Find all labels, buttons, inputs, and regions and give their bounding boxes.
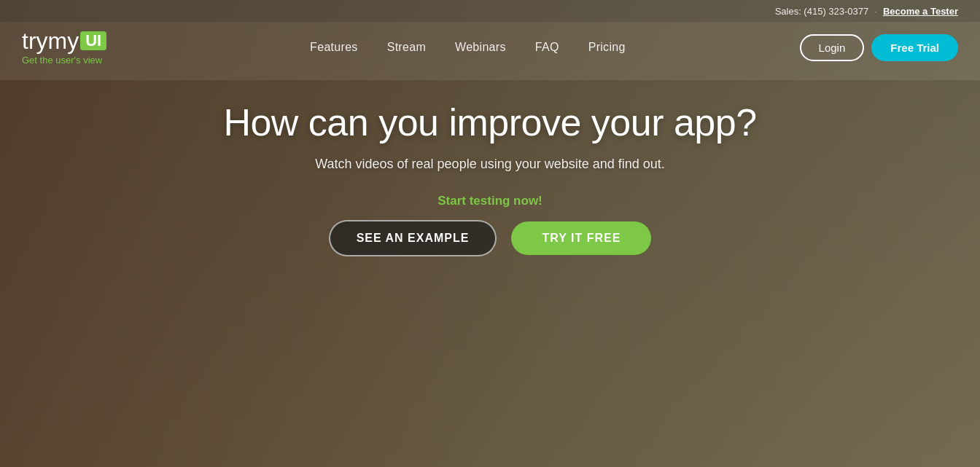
- hero-subtitle: Watch videos of real people using your w…: [315, 157, 665, 172]
- logo-my: my: [48, 29, 79, 52]
- nav-faq[interactable]: FAQ: [535, 41, 559, 54]
- nav-features[interactable]: Features: [310, 41, 358, 54]
- nav-pricing[interactable]: Pricing: [588, 41, 626, 54]
- try-free-button[interactable]: TRY IT FREE: [511, 221, 651, 255]
- hero-content: How can you improve your app? Watch vide…: [0, 80, 980, 256]
- logo-ui-badge: UI: [80, 31, 106, 50]
- hero-buttons: SEE AN EXAMPLE TRY IT FREE: [329, 220, 652, 256]
- hero-cta-label: Start testing now!: [438, 194, 542, 208]
- logo-try: try: [22, 29, 48, 52]
- nav-stream[interactable]: Stream: [387, 41, 426, 54]
- logo[interactable]: try my UI: [22, 29, 106, 52]
- nav-webinars[interactable]: Webinars: [455, 41, 506, 54]
- nav-actions: Login Free Trial: [800, 34, 958, 61]
- main-nav: Features Stream Webinars FAQ Pricing: [136, 41, 799, 54]
- free-trial-button[interactable]: Free Trial: [871, 34, 958, 61]
- see-example-button[interactable]: SEE AN EXAMPLE: [329, 220, 497, 256]
- hero-title: How can you improve your app?: [223, 102, 756, 144]
- logo-area[interactable]: try my UI Get the user's view: [22, 29, 106, 66]
- navbar: try my UI Get the user's view Features S…: [0, 0, 980, 80]
- login-button[interactable]: Login: [800, 34, 865, 61]
- logo-tagline: Get the user's view: [22, 55, 102, 66]
